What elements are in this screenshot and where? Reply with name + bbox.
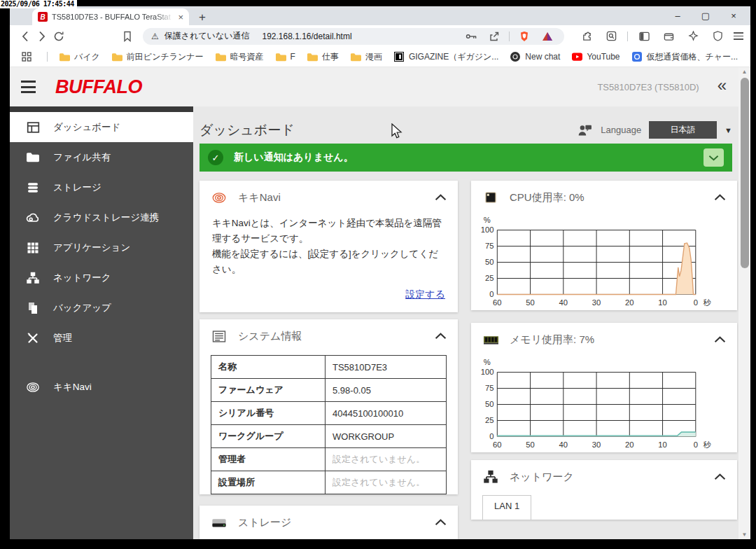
system-info-label: シリアル番号 bbox=[211, 402, 326, 425]
memory-card: メモリ使用率: 7% %02550751006050403020100秒 bbox=[471, 323, 737, 452]
tab-lan1[interactable]: LAN 1 bbox=[482, 495, 531, 520]
bookmark-label: 漫画 bbox=[365, 51, 382, 63]
minimize-button[interactable]: – bbox=[664, 11, 692, 20]
network-card: ネットワーク LAN 1 bbox=[471, 460, 737, 520]
new-tab-button[interactable]: + bbox=[199, 11, 206, 23]
reload-icon[interactable] bbox=[50, 29, 67, 44]
bookmark-item[interactable]: 暗号資産 bbox=[216, 51, 264, 63]
system-info-label: ワークグループ bbox=[211, 425, 326, 448]
system-info-label: 管理者 bbox=[211, 448, 326, 471]
scroll-down-icon[interactable]: ▼ bbox=[738, 531, 750, 538]
notification-expand-button[interactable] bbox=[704, 148, 724, 167]
language-caret-icon[interactable]: ▼ bbox=[724, 126, 732, 134]
svg-text:50: 50 bbox=[526, 440, 535, 449]
sidebar-item[interactable]: クラウドストレージ連携 bbox=[10, 202, 193, 232]
language-value-button[interactable]: 日本語 bbox=[649, 121, 717, 139]
scroll-up-icon[interactable]: ▲ bbox=[738, 69, 750, 75]
collapse-card-icon[interactable] bbox=[714, 336, 726, 343]
admin-tools-icon bbox=[25, 331, 41, 345]
star-icon[interactable] bbox=[685, 29, 701, 44]
system-info-value: TS5810D7E3 bbox=[326, 356, 447, 379]
collapse-card-icon[interactable] bbox=[435, 194, 447, 201]
sidebar-item-label: ファイル共有 bbox=[53, 151, 111, 164]
sidebar-item[interactable]: キキNavi bbox=[10, 372, 193, 402]
sidebar-item[interactable]: ストレージ bbox=[10, 172, 193, 202]
maximize-button[interactable]: ▢ bbox=[692, 11, 720, 20]
bookmark-label: New chat bbox=[525, 52, 560, 62]
bookmark-item[interactable]: 漫画 bbox=[351, 51, 382, 63]
sidebar-item[interactable]: アプリケーション bbox=[10, 232, 193, 263]
crypto-icon bbox=[632, 52, 643, 62]
bookmark-item[interactable]: GIGAZINE（ギガジン... bbox=[394, 51, 498, 63]
sidebar-item[interactable]: 管理 bbox=[10, 323, 193, 353]
bookmark-item[interactable]: YouTube bbox=[572, 52, 620, 62]
svg-text:秒: 秒 bbox=[704, 298, 712, 307]
wallet-icon[interactable] bbox=[660, 29, 677, 44]
memory-usage-chart: %02550751006050403020100秒 bbox=[477, 356, 720, 452]
search-page-icon[interactable] bbox=[603, 29, 620, 44]
sidebar-item[interactable]: ダッシュボード bbox=[10, 112, 193, 142]
sidebar-item[interactable]: ネットワーク bbox=[10, 263, 193, 293]
sidebar-item-label: バックアップ bbox=[53, 302, 111, 314]
divider bbox=[47, 52, 48, 62]
tab-strip: B TS5810D7E3 - BUFFALO TeraStat × + – ▢ … bbox=[10, 6, 750, 25]
sidebar-item-label: アプリケーション bbox=[53, 242, 130, 254]
browser-menu-icon[interactable] bbox=[734, 32, 743, 40]
bookmark-label: F bbox=[290, 52, 295, 62]
bookmarks-bar: バイク 前田ピンチランナー 暗号資産 F 仕事 漫画 bbox=[10, 47, 750, 67]
bookmark-item[interactable]: 前田ピンチランナー bbox=[112, 51, 204, 63]
bookmark-item[interactable]: New chat bbox=[510, 52, 560, 62]
svg-text:30: 30 bbox=[592, 298, 601, 307]
sidebar-toggle-icon[interactable] bbox=[636, 29, 652, 44]
svg-text:50: 50 bbox=[485, 258, 494, 266]
address-bar[interactable]: ⚠ 保護されていない通信 192.168.1.16/detail.html bbox=[143, 28, 564, 45]
brave-rewards-icon[interactable] bbox=[539, 29, 556, 44]
setup-link[interactable]: 設定する bbox=[405, 289, 445, 300]
sidebar-item-label: 管理 bbox=[53, 332, 72, 345]
collapse-card-icon[interactable] bbox=[714, 194, 726, 201]
bookmark-label: 暗号資産 bbox=[230, 51, 264, 63]
folder-icon bbox=[59, 52, 70, 62]
svg-text:秒: 秒 bbox=[704, 440, 712, 449]
brave-shield-icon[interactable] bbox=[516, 29, 533, 44]
collapse-panel-icon[interactable]: « bbox=[718, 77, 727, 94]
app-header: BUFFALO TS5810D7E3 (TS5810D) « bbox=[10, 67, 750, 106]
system-info-list-icon bbox=[211, 328, 227, 344]
app-menu-icon[interactable] bbox=[21, 81, 36, 93]
share-icon[interactable] bbox=[486, 29, 503, 44]
page-scrollbar[interactable]: ▲ ▼ bbox=[738, 67, 750, 539]
notification-message: 新しい通知はありません。 bbox=[234, 151, 354, 164]
collapse-card-icon[interactable] bbox=[435, 519, 447, 526]
bookmark-flag-icon[interactable] bbox=[119, 29, 136, 44]
system-info-value: 40445100100010 bbox=[326, 402, 447, 425]
extensions-icon[interactable] bbox=[578, 29, 595, 44]
collapse-card-icon[interactable] bbox=[714, 473, 726, 480]
collapse-card-icon[interactable] bbox=[435, 333, 447, 340]
key-icon[interactable] bbox=[463, 29, 479, 44]
bookmark-item[interactable]: 仮想通貨価格、チャー... bbox=[632, 51, 738, 63]
sidebar-item[interactable]: バックアップ bbox=[10, 293, 193, 323]
buffalo-logo: BUFFALO bbox=[55, 76, 142, 98]
bookmark-item[interactable]: 仕事 bbox=[307, 51, 339, 63]
back-icon[interactable] bbox=[17, 29, 34, 44]
security-label: 保護されていない通信 bbox=[164, 30, 250, 42]
tab-close-icon[interactable]: × bbox=[178, 13, 183, 22]
bookmark-item[interactable]: バイク bbox=[59, 51, 100, 63]
security-warning-icon: ⚠ bbox=[151, 32, 159, 41]
forward-icon[interactable] bbox=[34, 29, 50, 44]
toolbar-right bbox=[578, 29, 743, 44]
scrollbar-thumb[interactable] bbox=[741, 78, 749, 268]
sidebar: ダッシュボード ファイル共有 ストレージ クラウドストレージ連携 bbox=[10, 106, 193, 539]
network-card-title: ネットワーク bbox=[510, 471, 574, 484]
sidebar-item[interactable]: ファイル共有 bbox=[10, 142, 193, 172]
close-button[interactable]: × bbox=[720, 11, 748, 20]
bookmark-apps-grid-icon[interactable] bbox=[18, 49, 35, 64]
divider bbox=[627, 32, 628, 41]
cpu-card: CPU使用率: 0% %02550751006050403020100秒 bbox=[471, 181, 737, 310]
window-controls: – ▢ × bbox=[664, 6, 748, 25]
bookmark-item[interactable]: F bbox=[276, 52, 295, 62]
shield-icon[interactable] bbox=[709, 29, 726, 44]
apps-grid-icon bbox=[25, 241, 41, 255]
browser-tab[interactable]: B TS5810D7E3 - BUFFALO TeraStat × bbox=[32, 8, 189, 25]
browser-window: B TS5810D7E3 - BUFFALO TeraStat × + – ▢ … bbox=[10, 6, 750, 539]
